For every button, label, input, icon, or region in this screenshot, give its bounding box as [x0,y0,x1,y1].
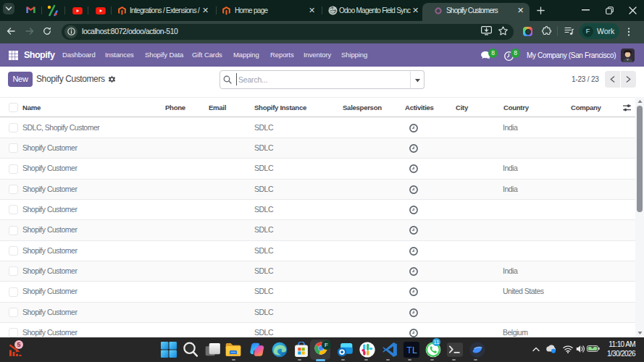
svg-text:L: L [412,345,417,355]
